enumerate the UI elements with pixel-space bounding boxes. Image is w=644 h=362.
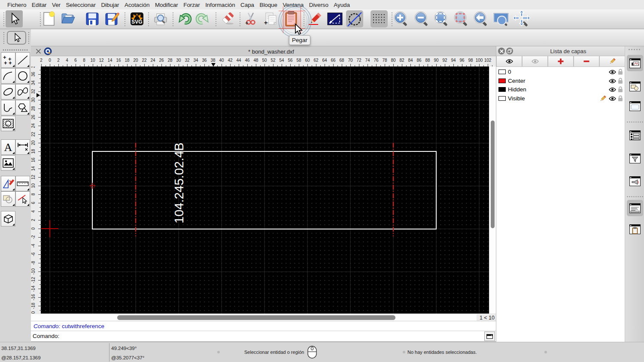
svg-text:+: + [9, 60, 12, 66]
svg-text:+: + [4, 60, 7, 66]
svg-text:SVG: SVG [131, 19, 142, 25]
svg-text:+: + [245, 20, 249, 26]
svg-text:A: A [4, 141, 12, 153]
svg-text:+: + [264, 19, 267, 26]
